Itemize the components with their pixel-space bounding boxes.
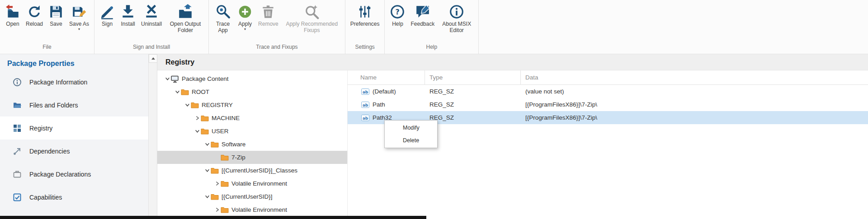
install-button[interactable]: Install (118, 3, 138, 28)
apply-recommended-fixups-button[interactable]: Apply Recommended Fixups (281, 3, 343, 34)
column-header-name[interactable]: Name (348, 70, 425, 84)
chevron-down-icon[interactable] (164, 75, 171, 83)
ribbon-button-label: Sign (102, 21, 113, 27)
chevron-down-icon[interactable] (174, 89, 181, 96)
folder-icon (221, 154, 229, 161)
column-header-type[interactable]: Type (425, 70, 521, 84)
tree-node-machine[interactable]: MACHINE (157, 112, 347, 125)
ribbon-button-label: Apply (238, 21, 252, 27)
save-as-button[interactable]: Save As▾ (66, 3, 92, 32)
context-menu-item-modify[interactable]: Modify (385, 121, 437, 134)
trace-app-icon (215, 4, 231, 19)
info-icon (13, 78, 22, 87)
tree-node-registry[interactable]: REGISTRY (157, 98, 347, 112)
files-folder-icon (13, 101, 22, 110)
folder-icon (221, 206, 229, 214)
ribbon-button-label: Feedback (410, 21, 434, 27)
preferences-button[interactable]: Preferences (348, 3, 382, 28)
dropdown-caret-icon: ▾ (244, 28, 246, 31)
tree-node-package-content[interactable]: Package Content (157, 72, 347, 85)
vertical-scrollbar[interactable] (149, 54, 157, 219)
tree-node-volatile-environment[interactable]: Volatile Environment (157, 203, 347, 216)
svg-text:?: ? (396, 8, 400, 16)
reload-button[interactable]: Reload (23, 3, 46, 28)
registry-value-row[interactable]: ab(Default)REG_SZ(value not set) (348, 85, 868, 98)
value-name: Path (373, 101, 385, 108)
ribbon-group-trace-and-fixups: Trace AppApply▾RemoveApply Recommended F… (209, 0, 345, 54)
open-button[interactable]: Open (2, 3, 23, 28)
chevron-right-icon[interactable] (193, 115, 201, 122)
ribbon-button-label: About MSIX Editor (440, 21, 473, 33)
open-icon (5, 4, 20, 19)
sidebar-items: Package InformationFiles and FoldersRegi… (0, 70, 148, 209)
uninstall-button[interactable]: Uninstall (138, 3, 165, 28)
tree-node-label: Volatile Environment (231, 180, 287, 187)
sidebar-item-files-and-folders[interactable]: Files and Folders (0, 93, 148, 116)
sidebar-item-registry[interactable]: Registry (0, 116, 148, 140)
tree-node-volatile-environment[interactable]: Volatile Environment (157, 177, 347, 190)
ribbon-button-label: Remove (258, 21, 278, 27)
folder-icon (191, 102, 199, 109)
open-output-folder-button[interactable]: Open Output Folder (165, 3, 206, 34)
chevron-right-icon[interactable] (213, 180, 221, 187)
value-data-cell: [{ProgramFilesX86}]\7-Zip\ (521, 98, 868, 111)
folder-icon (221, 180, 229, 187)
chevron-placeholder (213, 154, 221, 161)
chevron-down-icon[interactable] (203, 167, 211, 174)
sidebar-item-package-declarations[interactable]: Package Declarations (0, 163, 148, 186)
save-as-icon (71, 4, 87, 19)
about-msix-editor-button[interactable]: About MSIX Editor (437, 3, 476, 34)
remove-button[interactable]: Remove (255, 3, 281, 28)
save-button[interactable]: Save (46, 3, 66, 28)
sidebar-item-label: Package Information (29, 79, 87, 86)
folder-icon (211, 193, 219, 200)
value-type-cell: REG_SZ (425, 85, 521, 98)
tree-node-label: REGISTRY (202, 102, 233, 108)
sign-button[interactable]: Sign (97, 3, 118, 28)
feedback-button[interactable]: Feedback (408, 3, 437, 28)
msix-editor-window: OpenReloadSaveSave As▾FileSignInstallUni… (0, 0, 868, 219)
registry-icon (13, 124, 22, 133)
about-icon (449, 4, 464, 19)
tree-node-user[interactable]: USER (157, 125, 347, 138)
value-name-cell: abPath (348, 98, 425, 111)
ribbon-group-label: Settings (348, 43, 382, 54)
ribbon-button-label: Apply Recommended Fixups (284, 21, 340, 33)
chevron-down-icon[interactable] (203, 193, 211, 200)
tree-node-label: USER (212, 128, 229, 135)
background-window-edge (0, 216, 426, 219)
reg-string-icon: ab (361, 115, 369, 121)
chevron-down-icon[interactable] (203, 141, 211, 148)
sidebar-item-package-information[interactable]: Package Information (0, 70, 148, 93)
trace-app-button[interactable]: Trace App (211, 3, 235, 34)
scroll-up-button[interactable] (149, 54, 157, 63)
help-icon: ? (390, 4, 405, 19)
section-header: Registry (157, 54, 868, 70)
folder-icon (211, 141, 219, 148)
tree-node-root[interactable]: ROOT (157, 85, 347, 98)
value-type-cell: REG_SZ (425, 98, 521, 111)
sidebar-title: Package Properties (0, 54, 148, 68)
chevron-right-icon[interactable] (213, 206, 221, 214)
value-name-cell: ab(Default) (348, 85, 425, 98)
sidebar-item-dependencies[interactable]: Dependencies (0, 140, 148, 163)
tree-node-7-zip[interactable]: 7-Zip (157, 151, 347, 164)
column-header-data[interactable]: Data (521, 70, 868, 84)
tree-node-currentusersid[interactable]: [{CurrentUserSID}] (157, 190, 347, 203)
tree-node-software[interactable]: Software (157, 138, 347, 151)
main-panel: Registry Package ContentROOTREGISTRYMACH… (157, 54, 868, 219)
dependencies-icon (13, 147, 22, 156)
ribbon-toolbar: OpenReloadSaveSave As▾FileSignInstallUni… (0, 0, 868, 54)
sidebar-item-capabilities[interactable]: Capabilities (0, 186, 148, 209)
context-menu-item-delete[interactable]: Delete (385, 134, 437, 147)
chevron-down-icon[interactable] (184, 102, 191, 109)
chevron-down-icon[interactable] (193, 128, 201, 135)
tree-node-label: ROOT (192, 89, 209, 95)
registry-value-row[interactable]: abPathREG_SZ[{ProgramFilesX86}]\7-Zip\ (348, 98, 868, 111)
value-data-cell: [{ProgramFilesX86}]\7-Zip\ (521, 111, 868, 124)
apply-button[interactable]: Apply▾ (235, 3, 255, 32)
tree-node-label: Package Content (182, 75, 229, 82)
tree-node-currentusersid-classes[interactable]: [{CurrentUserSID}]_Classes (157, 164, 347, 177)
uninstall-icon (144, 4, 159, 19)
help-button[interactable]: ?Help (387, 3, 408, 28)
